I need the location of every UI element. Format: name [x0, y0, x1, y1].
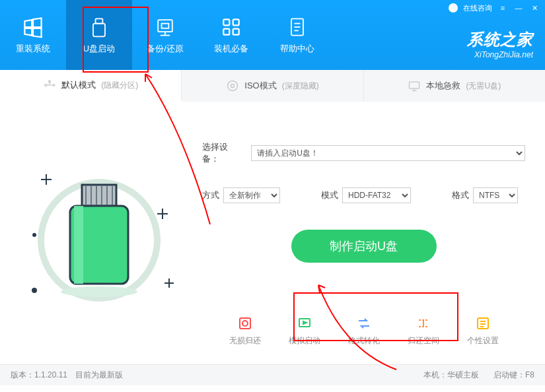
action-label: 无损归还: [229, 335, 261, 346]
mode-note: (隐藏分区): [101, 80, 138, 91]
action-simulate-boot[interactable]: 模拟启动: [289, 315, 320, 346]
minimize-icon[interactable]: —: [513, 3, 524, 13]
format-label: 格式: [452, 189, 469, 201]
svg-rect-9: [233, 29, 239, 35]
mode-label: 本地急救: [426, 80, 460, 92]
convert-icon: [356, 315, 372, 331]
svg-rect-3: [162, 24, 169, 28]
brand-logo: 系统之家 XiTongZhiJia.net: [467, 29, 533, 59]
nav-essentials[interactable]: 装机必备: [198, 0, 264, 70]
play-icon: [297, 315, 312, 331]
nav-usb-boot[interactable]: U盘启动: [66, 0, 132, 70]
action-label: 模拟启动: [289, 335, 320, 346]
svg-rect-7: [233, 19, 239, 25]
action-label: 格式转化: [348, 335, 380, 346]
nav-item-label: 帮助中心: [280, 43, 314, 55]
method-label: 方式: [202, 189, 219, 201]
settings-icon: [475, 315, 491, 331]
iso-icon: [226, 79, 239, 92]
svg-point-14: [45, 84, 47, 86]
svg-rect-1: [93, 24, 105, 37]
nav-item-label: U盘启动: [83, 43, 115, 55]
nav-item-label: 装机必备: [214, 43, 248, 55]
nav-item-label: 重装系统: [16, 43, 50, 55]
mode-note: (深度隐藏): [282, 81, 319, 92]
mode-note: (无需U盘): [466, 81, 501, 92]
svg-point-32: [32, 233, 36, 237]
svg-rect-0: [96, 18, 103, 23]
action-label: 归还空间: [408, 335, 439, 346]
svg-point-44: [242, 321, 248, 326]
action-label: 个性设置: [467, 335, 499, 346]
brand-subtitle: XiTongZhiJia.net: [467, 50, 533, 59]
status-bar: 版本：1.1.20.11 目前为最新版 本机：华硕主板 启动键：F8: [0, 364, 545, 385]
bootkey-text: 启动键：F8: [493, 370, 534, 381]
svg-point-19: [228, 81, 238, 91]
svg-point-20: [231, 84, 235, 88]
mode-label: 模式: [321, 189, 338, 201]
svg-rect-18: [49, 81, 51, 82]
svg-point-42: [61, 286, 137, 297]
brand-title: 系统之家: [467, 29, 533, 50]
apps-icon: [219, 15, 243, 39]
usb-small-icon: [43, 79, 56, 92]
create-usb-button[interactable]: 制作启动U盘: [291, 230, 437, 263]
version-text: 版本：1.1.20.11 目前为最新版: [11, 370, 123, 381]
penguin-icon: [449, 3, 458, 13]
device-select[interactable]: 请插入启动U盘！: [251, 145, 525, 161]
usb-icon: [87, 15, 111, 39]
mode-iso[interactable]: ISO模式 (深度隐藏): [182, 70, 363, 102]
windows-icon: [21, 15, 45, 39]
help-icon: [285, 15, 309, 39]
device-label: 选择设备：: [202, 141, 244, 165]
svg-rect-8: [223, 29, 229, 35]
action-reclaim-space[interactable]: 归还空间: [408, 315, 439, 346]
svg-point-31: [32, 288, 37, 293]
mode-local[interactable]: 本地急救 (无需U盘): [364, 70, 545, 102]
mode-label: 默认模式: [61, 79, 96, 91]
action-personalize[interactable]: 个性设置: [467, 315, 499, 346]
monitor-icon: [408, 79, 421, 92]
board-text: 本机：华硕主板: [423, 370, 479, 381]
close-icon[interactable]: ✕: [529, 3, 540, 13]
menu-icon[interactable]: ≡: [497, 3, 508, 13]
mode-select[interactable]: HDD-FAT32: [342, 187, 411, 203]
svg-rect-33: [82, 185, 116, 206]
svg-rect-41: [74, 206, 83, 284]
method-select[interactable]: 全新制作: [223, 187, 280, 203]
mode-label: ISO模式: [244, 80, 276, 92]
nav-item-label: 备份/还原: [147, 43, 184, 55]
svg-rect-21: [410, 82, 419, 88]
nav-help[interactable]: 帮助中心: [264, 0, 330, 70]
restore-icon: [237, 315, 253, 331]
nav-backup[interactable]: 备份/还原: [132, 0, 198, 70]
svg-rect-2: [158, 20, 172, 32]
mode-default[interactable]: 默认模式 (隐藏分区): [0, 70, 182, 102]
format-select[interactable]: NTFS: [473, 187, 518, 203]
space-icon: [416, 315, 431, 331]
action-lossless-restore[interactable]: 无损归还: [229, 315, 261, 346]
svg-rect-43: [240, 318, 250, 329]
usb-illustration: [0, 102, 198, 364]
nav-reinstall[interactable]: 重装系统: [0, 0, 66, 70]
backup-icon: [153, 15, 177, 39]
consult-link[interactable]: 在线咨询: [463, 3, 492, 13]
action-format-convert[interactable]: 格式转化: [348, 315, 380, 346]
svg-rect-6: [223, 19, 229, 25]
